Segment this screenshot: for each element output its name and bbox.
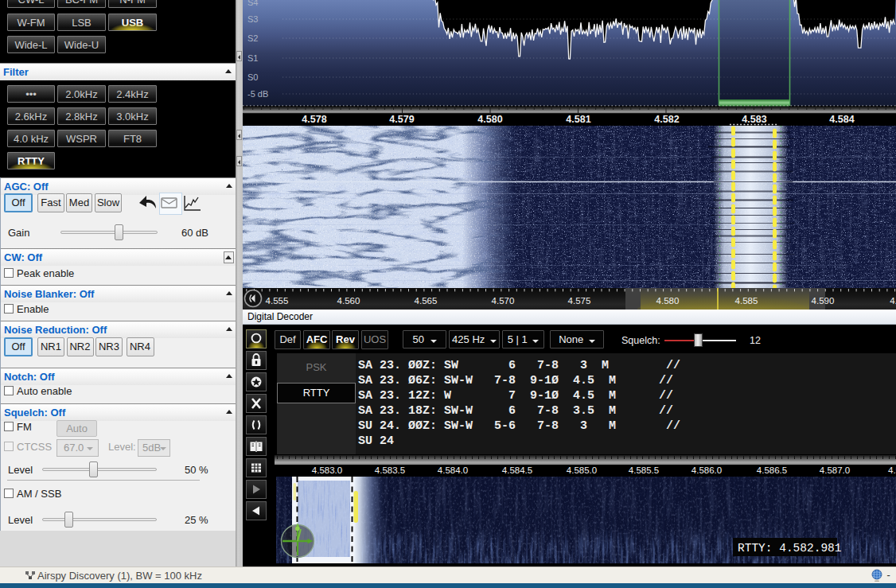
svg-text:4.578: 4.578 <box>302 114 326 125</box>
svg-text:4.590: 4.590 <box>812 296 835 306</box>
svg-text:4.580: 4.580 <box>656 296 680 306</box>
svg-text:S3: S3 <box>247 14 258 24</box>
svg-text:4.560: 4.560 <box>337 296 360 306</box>
svg-text:4.584: 4.584 <box>829 114 854 125</box>
svg-text:4.583: 4.583 <box>742 114 766 125</box>
svg-text:4.575: 4.575 <box>568 296 591 306</box>
svg-text:RTTY: 4.582.981: RTTY: 4.582.981 <box>738 542 842 555</box>
svg-text:4.579: 4.579 <box>389 114 414 125</box>
svg-text:4.570: 4.570 <box>492 296 515 306</box>
svg-text:4.585: 4.585 <box>735 296 758 306</box>
svg-text:S4: S4 <box>247 0 258 7</box>
svg-text:4.582: 4.582 <box>654 114 679 125</box>
svg-text:4.581: 4.581 <box>566 114 590 125</box>
svg-text:S1: S1 <box>247 53 258 63</box>
svg-text:S2: S2 <box>247 33 258 43</box>
svg-text:4.580: 4.580 <box>477 114 502 125</box>
svg-text:S0: S0 <box>247 72 258 82</box>
svg-text:-5 dB: -5 dB <box>247 89 268 99</box>
svg-text:4.555: 4.555 <box>266 296 289 306</box>
svg-text:4.: 4. <box>890 296 896 306</box>
svg-text:4.565: 4.565 <box>415 296 438 306</box>
